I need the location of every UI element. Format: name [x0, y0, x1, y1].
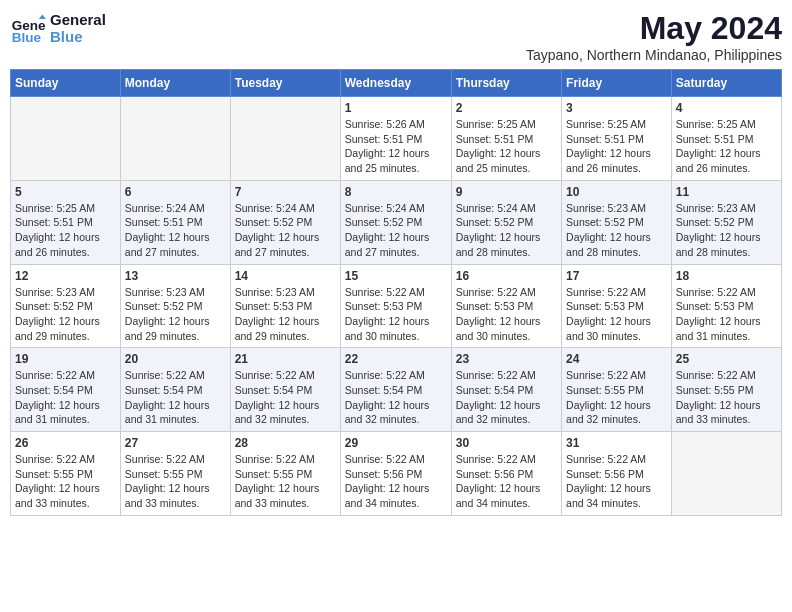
- day-number: 7: [235, 185, 336, 199]
- calendar-day-cell: 8Sunrise: 5:24 AMSunset: 5:52 PMDaylight…: [340, 180, 451, 264]
- day-number: 26: [15, 436, 116, 450]
- logo-line1: General: [50, 11, 106, 28]
- calendar-week-row: 1Sunrise: 5:26 AMSunset: 5:51 PMDaylight…: [11, 97, 782, 181]
- calendar-day-cell: 30Sunrise: 5:22 AMSunset: 5:56 PMDayligh…: [451, 432, 561, 516]
- day-number: 23: [456, 352, 557, 366]
- calendar-day-cell: [120, 97, 230, 181]
- day-number: 15: [345, 269, 447, 283]
- calendar-day-cell: 13Sunrise: 5:23 AMSunset: 5:52 PMDayligh…: [120, 264, 230, 348]
- calendar-day-cell: 14Sunrise: 5:23 AMSunset: 5:53 PMDayligh…: [230, 264, 340, 348]
- calendar-day-cell: [230, 97, 340, 181]
- calendar-day-cell: 27Sunrise: 5:22 AMSunset: 5:55 PMDayligh…: [120, 432, 230, 516]
- day-info: Sunrise: 5:22 AMSunset: 5:55 PMDaylight:…: [235, 452, 336, 511]
- calendar-table: SundayMondayTuesdayWednesdayThursdayFrid…: [10, 69, 782, 516]
- calendar-day-cell: 6Sunrise: 5:24 AMSunset: 5:51 PMDaylight…: [120, 180, 230, 264]
- day-number: 10: [566, 185, 667, 199]
- day-info: Sunrise: 5:22 AMSunset: 5:55 PMDaylight:…: [566, 368, 667, 427]
- day-number: 3: [566, 101, 667, 115]
- day-number: 9: [456, 185, 557, 199]
- calendar-day-cell: 16Sunrise: 5:22 AMSunset: 5:53 PMDayligh…: [451, 264, 561, 348]
- day-info: Sunrise: 5:22 AMSunset: 5:55 PMDaylight:…: [15, 452, 116, 511]
- calendar-day-cell: 25Sunrise: 5:22 AMSunset: 5:55 PMDayligh…: [671, 348, 781, 432]
- day-info: Sunrise: 5:23 AMSunset: 5:52 PMDaylight:…: [676, 201, 777, 260]
- day-number: 20: [125, 352, 226, 366]
- calendar-day-cell: 3Sunrise: 5:25 AMSunset: 5:51 PMDaylight…: [562, 97, 672, 181]
- day-info: Sunrise: 5:22 AMSunset: 5:53 PMDaylight:…: [456, 285, 557, 344]
- column-header-monday: Monday: [120, 70, 230, 97]
- calendar-day-cell: 19Sunrise: 5:22 AMSunset: 5:54 PMDayligh…: [11, 348, 121, 432]
- day-info: Sunrise: 5:22 AMSunset: 5:54 PMDaylight:…: [125, 368, 226, 427]
- day-number: 25: [676, 352, 777, 366]
- calendar-day-cell: 2Sunrise: 5:25 AMSunset: 5:51 PMDaylight…: [451, 97, 561, 181]
- calendar-day-cell: [11, 97, 121, 181]
- calendar-header-row: SundayMondayTuesdayWednesdayThursdayFrid…: [11, 70, 782, 97]
- day-number: 16: [456, 269, 557, 283]
- day-number: 28: [235, 436, 336, 450]
- day-number: 19: [15, 352, 116, 366]
- calendar-day-cell: 12Sunrise: 5:23 AMSunset: 5:52 PMDayligh…: [11, 264, 121, 348]
- calendar-day-cell: 23Sunrise: 5:22 AMSunset: 5:54 PMDayligh…: [451, 348, 561, 432]
- calendar-week-row: 12Sunrise: 5:23 AMSunset: 5:52 PMDayligh…: [11, 264, 782, 348]
- day-number: 17: [566, 269, 667, 283]
- day-number: 30: [456, 436, 557, 450]
- day-number: 8: [345, 185, 447, 199]
- day-number: 11: [676, 185, 777, 199]
- column-header-wednesday: Wednesday: [340, 70, 451, 97]
- calendar-day-cell: 31Sunrise: 5:22 AMSunset: 5:56 PMDayligh…: [562, 432, 672, 516]
- calendar-day-cell: 29Sunrise: 5:22 AMSunset: 5:56 PMDayligh…: [340, 432, 451, 516]
- day-number: 29: [345, 436, 447, 450]
- calendar-day-cell: 15Sunrise: 5:22 AMSunset: 5:53 PMDayligh…: [340, 264, 451, 348]
- day-info: Sunrise: 5:24 AMSunset: 5:51 PMDaylight:…: [125, 201, 226, 260]
- calendar-day-cell: 9Sunrise: 5:24 AMSunset: 5:52 PMDaylight…: [451, 180, 561, 264]
- day-info: Sunrise: 5:22 AMSunset: 5:54 PMDaylight:…: [235, 368, 336, 427]
- column-header-friday: Friday: [562, 70, 672, 97]
- day-info: Sunrise: 5:25 AMSunset: 5:51 PMDaylight:…: [566, 117, 667, 176]
- day-number: 4: [676, 101, 777, 115]
- calendar-day-cell: 11Sunrise: 5:23 AMSunset: 5:52 PMDayligh…: [671, 180, 781, 264]
- day-info: Sunrise: 5:23 AMSunset: 5:52 PMDaylight:…: [125, 285, 226, 344]
- day-number: 21: [235, 352, 336, 366]
- calendar-day-cell: 28Sunrise: 5:22 AMSunset: 5:55 PMDayligh…: [230, 432, 340, 516]
- day-info: Sunrise: 5:23 AMSunset: 5:52 PMDaylight:…: [566, 201, 667, 260]
- day-info: Sunrise: 5:22 AMSunset: 5:54 PMDaylight:…: [345, 368, 447, 427]
- calendar-day-cell: 24Sunrise: 5:22 AMSunset: 5:55 PMDayligh…: [562, 348, 672, 432]
- title-block: May 2024 Taypano, Northern Mindanao, Phi…: [526, 10, 782, 63]
- day-info: Sunrise: 5:23 AMSunset: 5:53 PMDaylight:…: [235, 285, 336, 344]
- day-number: 14: [235, 269, 336, 283]
- column-header-thursday: Thursday: [451, 70, 561, 97]
- location-subtitle: Taypano, Northern Mindanao, Philippines: [526, 47, 782, 63]
- day-number: 5: [15, 185, 116, 199]
- day-number: 2: [456, 101, 557, 115]
- calendar-day-cell: 5Sunrise: 5:25 AMSunset: 5:51 PMDaylight…: [11, 180, 121, 264]
- calendar-day-cell: 4Sunrise: 5:25 AMSunset: 5:51 PMDaylight…: [671, 97, 781, 181]
- day-info: Sunrise: 5:24 AMSunset: 5:52 PMDaylight:…: [235, 201, 336, 260]
- day-info: Sunrise: 5:22 AMSunset: 5:53 PMDaylight:…: [676, 285, 777, 344]
- calendar-week-row: 19Sunrise: 5:22 AMSunset: 5:54 PMDayligh…: [11, 348, 782, 432]
- calendar-day-cell: 21Sunrise: 5:22 AMSunset: 5:54 PMDayligh…: [230, 348, 340, 432]
- logo-icon: General Blue: [10, 10, 46, 46]
- day-info: Sunrise: 5:22 AMSunset: 5:56 PMDaylight:…: [566, 452, 667, 511]
- calendar-day-cell: 1Sunrise: 5:26 AMSunset: 5:51 PMDaylight…: [340, 97, 451, 181]
- day-info: Sunrise: 5:22 AMSunset: 5:56 PMDaylight:…: [456, 452, 557, 511]
- day-info: Sunrise: 5:25 AMSunset: 5:51 PMDaylight:…: [15, 201, 116, 260]
- calendar-day-cell: 18Sunrise: 5:22 AMSunset: 5:53 PMDayligh…: [671, 264, 781, 348]
- calendar-day-cell: 7Sunrise: 5:24 AMSunset: 5:52 PMDaylight…: [230, 180, 340, 264]
- logo-line2: Blue: [50, 28, 106, 45]
- page-header: General Blue General Blue May 2024 Taypa…: [10, 10, 782, 63]
- calendar-day-cell: [671, 432, 781, 516]
- day-info: Sunrise: 5:24 AMSunset: 5:52 PMDaylight:…: [456, 201, 557, 260]
- day-info: Sunrise: 5:24 AMSunset: 5:52 PMDaylight:…: [345, 201, 447, 260]
- day-number: 12: [15, 269, 116, 283]
- day-number: 18: [676, 269, 777, 283]
- calendar-week-row: 5Sunrise: 5:25 AMSunset: 5:51 PMDaylight…: [11, 180, 782, 264]
- day-info: Sunrise: 5:23 AMSunset: 5:52 PMDaylight:…: [15, 285, 116, 344]
- svg-text:Blue: Blue: [12, 30, 42, 45]
- column-header-sunday: Sunday: [11, 70, 121, 97]
- day-number: 27: [125, 436, 226, 450]
- day-info: Sunrise: 5:22 AMSunset: 5:55 PMDaylight:…: [125, 452, 226, 511]
- day-number: 31: [566, 436, 667, 450]
- month-year-title: May 2024: [526, 10, 782, 47]
- day-info: Sunrise: 5:22 AMSunset: 5:56 PMDaylight:…: [345, 452, 447, 511]
- calendar-day-cell: 26Sunrise: 5:22 AMSunset: 5:55 PMDayligh…: [11, 432, 121, 516]
- svg-marker-2: [39, 15, 46, 20]
